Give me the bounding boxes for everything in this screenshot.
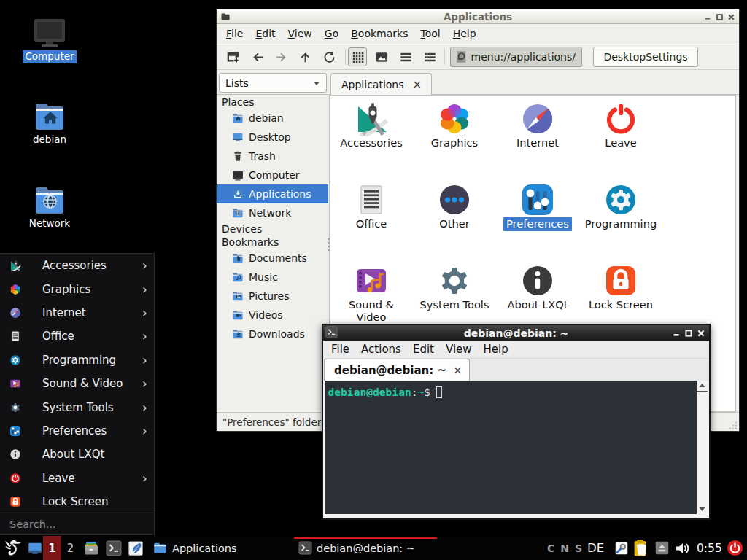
menu-item-accessories[interactable]: Accessories › [0,254,154,277]
screenshot-tray-icon[interactable] [613,536,630,560]
menu-go[interactable]: Go [318,28,344,39]
sidebar-item-pictures[interactable]: Pictures [217,287,328,306]
menu-actions[interactable]: Actions [355,343,407,356]
app-sound-video[interactable]: Sound & Video [330,263,413,324]
file-manager-launcher[interactable] [80,536,103,560]
menu-help[interactable]: Help [446,28,482,39]
scroll-down-icon[interactable] [697,504,708,514]
clipboard-tray-icon[interactable] [631,536,651,560]
menu-item-preferences[interactable]: Preferences › [0,419,154,443]
icon-view-button[interactable] [348,47,367,66]
resize-grip[interactable] [729,421,738,429]
tray-letter-n[interactable]: N [560,542,569,554]
app-programming[interactable]: Programming [579,182,662,231]
tab-applications[interactable]: Applications × [330,73,432,96]
minimize-button[interactable] [705,14,711,20]
maximize-button[interactable] [685,330,692,337]
sidebar-item-downloads[interactable]: Downloads [217,324,328,343]
terminal-titlebar[interactable]: debian@debian: ~ [323,325,709,341]
menu-search-input[interactable]: Search... [0,513,154,534]
app-leave[interactable]: Leave [579,101,662,150]
compact-view-button[interactable] [396,47,415,66]
app-about-lxqt[interactable]: About LXQt [496,263,579,312]
tab-close-icon[interactable]: × [413,78,422,91]
sidebar-mode-combo[interactable]: Lists [219,73,327,93]
leave-button[interactable] [725,536,744,560]
removable-media-tray-icon[interactable] [653,536,670,560]
thumbnail-view-button[interactable] [372,47,391,66]
volume-tray-icon[interactable] [672,536,692,560]
new-tab-button[interactable] [223,47,242,66]
menu-item-office[interactable]: Office › [0,324,154,348]
minimize-button[interactable] [673,330,680,337]
app-other[interactable]: Other [413,182,496,231]
sidebar-item-applications[interactable]: Applications [217,184,328,203]
menu-edit[interactable]: Edit [407,343,440,356]
tray-letter-s[interactable]: S [575,542,582,554]
menu-edit[interactable]: Edit [249,28,282,39]
reload-button[interactable] [320,47,338,66]
forward-button[interactable] [271,47,290,66]
path-button[interactable]: menu://applications/ [450,47,582,67]
app-lock-screen[interactable]: Lock Screen [579,263,662,312]
terminal-launcher[interactable] [103,536,125,560]
back-button[interactable] [248,47,267,66]
sidebar-item-desktop[interactable]: Desktop [217,128,328,147]
sidebar-item-network[interactable]: Network [217,203,328,222]
app-system-tools[interactable]: System Tools [413,263,496,312]
sidebar-item-documents[interactable]: Documents [217,249,328,268]
up-button[interactable] [295,47,314,66]
clock[interactable]: 0:55 [697,536,722,560]
app-office[interactable]: Office [330,182,413,231]
show-desktop-button[interactable] [26,536,43,560]
scroll-up-icon[interactable] [697,381,708,391]
menu-file[interactable]: File [325,343,355,356]
menu-item-sound-video[interactable]: Sound & Video › [0,372,154,395]
app-accessories[interactable]: Accessories [330,101,413,150]
sidebar-item-music[interactable]: Music [217,268,328,287]
menu-item-system-tools[interactable]: System Tools › [0,395,154,419]
sidebar-item-debian[interactable]: debian [217,109,328,128]
detailed-view-button[interactable] [420,47,439,66]
workspace-1-button[interactable]: 1 [43,536,61,560]
desktop-icon-network[interactable]: Network [9,182,90,230]
menu-item-lock-screen[interactable]: Lock Screen [0,490,154,513]
menu-item-internet[interactable]: Internet › [0,301,154,324]
menu-bookmarks[interactable]: Bookmarks [345,28,414,39]
menu-view[interactable]: View [440,343,478,356]
menu-item-graphics[interactable]: Graphics › [0,277,154,300]
app-graphics[interactable]: Graphics [413,101,496,150]
task-terminal[interactable]: debian@debian: ~ [294,536,437,560]
terminal-content[interactable]: debian@debian:~$ [325,381,697,514]
path-child-button[interactable]: DesktopSettings [593,47,698,67]
terminal-tab[interactable]: debian@debian: ~ × [324,359,470,381]
terminal-scrollbar[interactable] [697,381,708,514]
close-button[interactable] [728,14,735,20]
menu-item-leave[interactable]: Leave › [0,467,154,490]
menu-item-about-lxqt[interactable]: About LXQt [0,443,154,466]
menu-view[interactable]: View [282,28,318,39]
desktop-icon-computer[interactable]: Computer [9,13,90,63]
workspace-2-button[interactable]: 2 [61,536,80,560]
close-button[interactable] [697,330,705,337]
sidebar-item-trash[interactable]: Trash [217,147,328,166]
splitter-handle[interactable] [328,238,330,251]
sidebar-item-videos[interactable]: Videos [217,306,328,324]
featherpad-launcher[interactable] [125,536,147,560]
menu-item-programming[interactable]: Programming › [0,349,154,372]
scrollbar-handle[interactable] [697,391,708,392]
sidebar-item-computer[interactable]: Computer [217,166,328,184]
menu-file[interactable]: File [220,28,249,39]
menu-tool[interactable]: Tool [414,28,446,39]
start-menu-button[interactable] [0,536,26,560]
keyboard-layout[interactable]: DE [587,536,604,560]
menu-help[interactable]: Help [478,343,514,356]
task-applications[interactable]: Applications [148,536,291,560]
maximize-button[interactable] [716,14,723,20]
desktop-icon-debian[interactable]: debian [9,98,90,147]
fm-titlebar[interactable]: Applications [217,9,739,24]
app-preferences[interactable]: Preferences [496,182,579,231]
tray-letter-c[interactable]: C [547,542,554,554]
app-internet[interactable]: Internet [496,101,579,150]
tab-close-icon[interactable]: × [453,364,462,377]
